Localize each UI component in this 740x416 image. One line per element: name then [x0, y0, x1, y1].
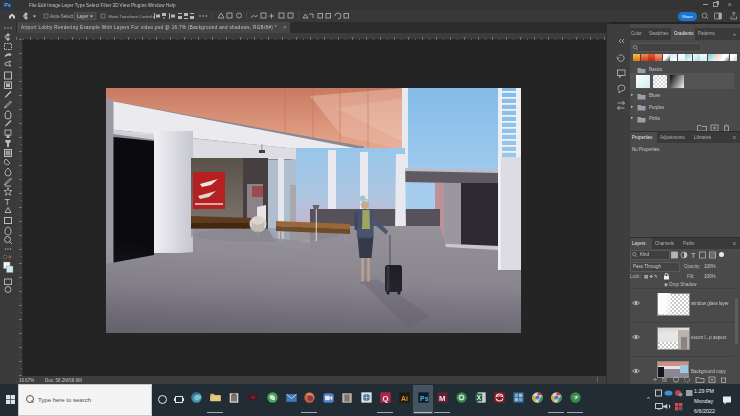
svg-text:T: T [5, 197, 11, 207]
svg-text:Q: Q [382, 394, 388, 403]
svg-text:M: M [439, 394, 445, 403]
svg-text:fx: fx [662, 376, 668, 383]
svg-text:X: X [477, 394, 482, 401]
svg-text:Ai: Ai [401, 395, 408, 402]
svg-text:T: T [691, 251, 696, 259]
svg-text:Ps: Ps [420, 395, 429, 402]
